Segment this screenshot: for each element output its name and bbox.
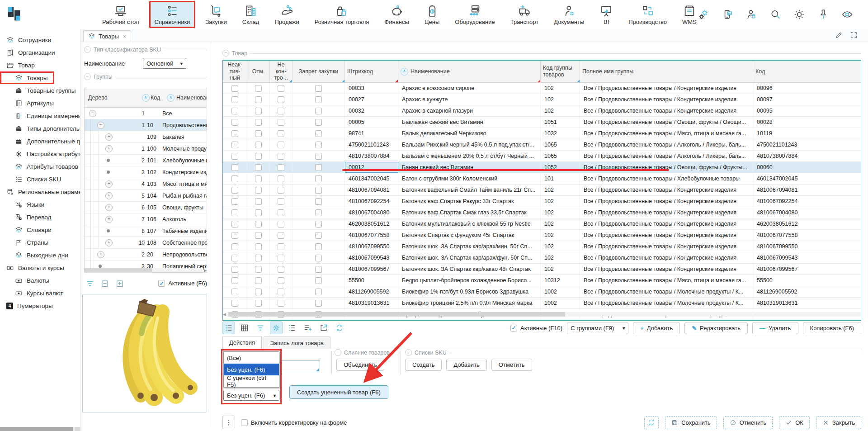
classifier-select[interactable]: Основной ▾ <box>143 58 186 69</box>
row-checkbox[interactable] <box>255 85 262 92</box>
scroll-left-icon[interactable]: ◀ <box>223 312 226 317</box>
row-checkbox[interactable] <box>231 130 238 137</box>
product-row-19[interactable]: 4811269005592Биокефир 1% пэт/бут 0.93л Б… <box>223 286 861 298</box>
sidebar-item-4[interactable]: Товары <box>0 71 54 84</box>
product-row-4[interactable]: 00005Баклажан свежий вес Витамин1051Все … <box>223 117 861 128</box>
row-checkbox[interactable] <box>231 96 238 103</box>
row-checkbox[interactable] <box>255 164 262 171</box>
list-view-icon[interactable] <box>222 322 235 334</box>
col-name[interactable]: ∧ Наименование <box>167 94 207 102</box>
add-list-icon[interactable] <box>302 322 314 334</box>
row-checkbox[interactable] <box>315 153 322 160</box>
tree-row-8[interactable]: +5104Рыба и рыбная гас... <box>85 190 207 202</box>
menu-item-4[interactable]: Склад <box>237 1 265 28</box>
row-checkbox[interactable] <box>278 277 284 284</box>
row-checkbox[interactable] <box>278 164 284 171</box>
tree-row-3[interactable]: +109Бакалея <box>85 131 207 143</box>
row-checkbox[interactable] <box>278 232 284 239</box>
row-checkbox[interactable] <box>255 119 262 126</box>
collapse-icon[interactable]: − <box>335 349 341 356</box>
checkbox-checked[interactable] <box>158 280 165 287</box>
active-f6-checkbox[interactable]: Активные (F6) <box>158 280 207 287</box>
row-checkbox[interactable] <box>315 96 322 103</box>
row-checkbox[interactable] <box>231 153 238 160</box>
row-checkbox[interactable] <box>255 221 262 227</box>
row-checkbox[interactable] <box>278 243 284 250</box>
row-checkbox[interactable] <box>231 277 238 284</box>
collapse-icon[interactable]: − <box>222 50 229 57</box>
product-row-12[interactable]: 4810067004080Батончик ваф.Спартак Смак г… <box>223 207 861 218</box>
dialog-button-4[interactable]: Закрыть <box>816 416 861 429</box>
gear-blue-icon[interactable] <box>270 322 283 334</box>
sidebar-hscrollbar[interactable] <box>0 427 80 431</box>
row-checkbox[interactable] <box>315 289 322 295</box>
row-checkbox[interactable] <box>255 130 262 137</box>
scroll-right-icon[interactable]: ▶ <box>204 268 207 273</box>
grid-icon[interactable] <box>238 322 251 334</box>
row-checkbox[interactable] <box>315 130 322 137</box>
merge-button-1[interactable]: Объединить <box>336 359 384 371</box>
row-checkbox[interactable] <box>278 266 284 273</box>
row-checkbox[interactable] <box>278 187 284 194</box>
row-checkbox[interactable] <box>231 187 238 194</box>
row-checkbox[interactable] <box>231 108 238 114</box>
groups-mode-select[interactable]: С группами (F9) ▾ <box>567 322 628 334</box>
correction-checkbox[interactable]: Включить корректировку на форме <box>241 419 347 426</box>
row-checkbox[interactable] <box>278 96 284 103</box>
product-row-11[interactable]: 4810067092254Батончик ваф.Спартак Ракурс… <box>223 196 861 207</box>
col-code[interactable]: Код <box>150 95 167 101</box>
more-menu-button[interactable]: ⋮ <box>222 416 235 429</box>
tab-tovary[interactable]: Товары × <box>83 30 131 42</box>
menu-item-1[interactable]: Рабочий стол <box>97 1 145 28</box>
row-checkbox[interactable] <box>231 221 238 227</box>
menu-item-6[interactable]: Розничная торговля <box>309 1 375 28</box>
row-checkbox[interactable] <box>231 266 238 273</box>
menu-item-8[interactable]: Цены <box>419 1 445 28</box>
row-checkbox[interactable] <box>231 300 238 307</box>
tree-row-9[interactable]: +6105Овощи, фрукты <box>85 202 207 213</box>
discount-select[interactable]: Без уцен. (F6) ▾ <box>223 390 279 401</box>
sidebar-item-16[interactable]: Словари <box>0 223 80 236</box>
dropdown-option-2[interactable]: Без уцен. (F6) <box>224 364 279 375</box>
sidebar-item-11[interactable]: Атрибуты товаров <box>0 160 80 173</box>
sidebar-item-10[interactable]: Настройка атрибутов <box>0 147 80 160</box>
row-checkbox[interactable] <box>255 153 262 160</box>
row-checkbox[interactable] <box>231 85 238 92</box>
sidebar-item-6[interactable]: Артикулы <box>0 97 80 109</box>
menu-item-3[interactable]: Закупки <box>200 1 232 28</box>
column-header-3[interactable]: Не кон- тро-.. <box>270 61 292 82</box>
row-checkbox[interactable] <box>255 175 262 182</box>
expand-all-icon[interactable] <box>114 278 125 289</box>
sidebar-item-15[interactable]: Перевод <box>0 211 80 223</box>
tree-expand-icon[interactable]: + <box>97 251 104 258</box>
tree-collapse-icon[interactable]: − <box>97 122 104 129</box>
menu-item-7[interactable]: Финансы <box>379 1 415 28</box>
row-checkbox[interactable] <box>231 175 238 182</box>
device-chat-icon[interactable] <box>722 9 733 20</box>
fullscreen-icon[interactable] <box>849 31 858 39</box>
row-checkbox[interactable] <box>315 198 322 205</box>
create-discounted-button[interactable]: Создать уцененный товар (F6) <box>289 385 388 399</box>
tree-expand-icon[interactable]: + <box>105 216 113 223</box>
toolbar-button-2[interactable]: ✎Редактировать <box>684 322 748 334</box>
tree-expand-icon[interactable]: + <box>105 192 113 199</box>
groups-tree-hscrollbar[interactable]: ▶ <box>84 268 207 273</box>
sidebar-item-12[interactable]: Списки SKU <box>0 173 80 185</box>
tab-close-icon[interactable]: × <box>123 33 127 40</box>
column-header-9[interactable]: Код <box>753 61 861 82</box>
row-checkbox[interactable] <box>315 119 322 126</box>
row-checkbox[interactable] <box>231 164 238 171</box>
export-icon[interactable] <box>317 322 330 334</box>
row-checkbox[interactable] <box>255 289 262 295</box>
menu-item-2[interactable]: Справочники <box>149 1 196 28</box>
numbered-list-icon[interactable] <box>286 322 298 334</box>
row-checkbox[interactable] <box>255 277 262 284</box>
dropdown-option-1[interactable]: (Все) <box>224 352 279 364</box>
product-row-3[interactable]: 00032Арахис в сахарной глазури102Все / П… <box>223 105 861 117</box>
sidebar-item-7[interactable]: Единицы измерений <box>0 109 80 122</box>
row-checkbox[interactable] <box>255 187 262 194</box>
tree-row-5[interactable]: 2101Хлебобулочные из... <box>85 155 207 166</box>
collapse-icon[interactable]: − <box>84 46 91 53</box>
row-checkbox[interactable] <box>255 232 262 239</box>
tree-collapse-icon[interactable]: − <box>89 110 96 117</box>
